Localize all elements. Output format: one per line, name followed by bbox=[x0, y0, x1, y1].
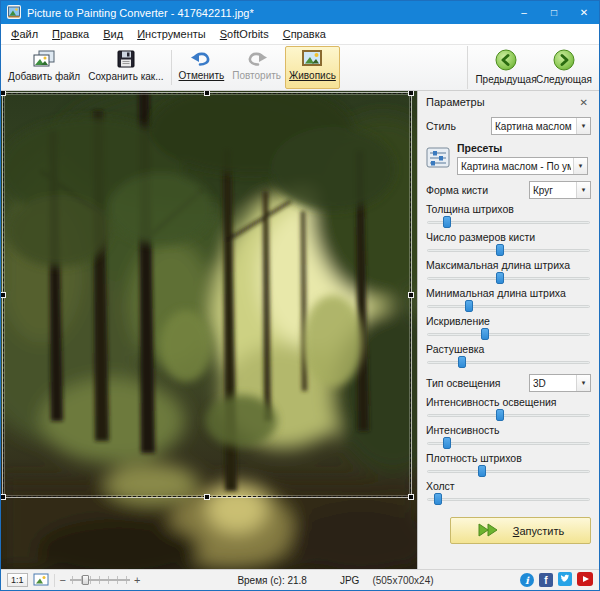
run-arrow-icon bbox=[477, 522, 503, 540]
parameter-slider[interactable] bbox=[426, 300, 591, 313]
next-image-button[interactable]: Следующая bbox=[536, 49, 592, 85]
selection-marquee[interactable] bbox=[3, 93, 411, 497]
slider-row: Число размеров кисти bbox=[426, 231, 591, 257]
menu-item[interactable]: Правка bbox=[45, 25, 96, 43]
selection-handle[interactable] bbox=[408, 91, 414, 96]
slider-label: Максимальная длина штриха bbox=[426, 259, 570, 271]
slider-track bbox=[427, 442, 590, 445]
lighting-type-value: 3D bbox=[533, 378, 574, 389]
previous-label: Предыдущая bbox=[475, 74, 536, 85]
menu-item[interactable]: SoftOrbits bbox=[213, 25, 276, 43]
slider-track bbox=[427, 277, 590, 280]
twitter-icon[interactable] bbox=[558, 572, 572, 588]
slider-thumb[interactable] bbox=[465, 300, 473, 312]
slider-label: Интенсивность освещения bbox=[426, 396, 557, 408]
info-icon[interactable]: i bbox=[520, 573, 534, 587]
zoom-control: − + bbox=[60, 574, 141, 586]
parameters-panel: Параметры ✕ Стиль Картина маслом ▾ Пресе… bbox=[418, 91, 599, 569]
panel-title: Параметры bbox=[426, 96, 485, 108]
style-dropdown[interactable]: Картина маслом ▾ bbox=[491, 117, 591, 135]
slider-label: Искривление bbox=[426, 315, 490, 327]
slider-label: Минимальная длина штриха bbox=[426, 287, 566, 299]
run-button-label: Запустить bbox=[513, 525, 565, 537]
minimize-button[interactable]: – bbox=[509, 1, 539, 24]
statusbar-icons: i f bbox=[520, 572, 593, 588]
slider-thumb[interactable] bbox=[478, 465, 486, 477]
close-button[interactable]: ✕ bbox=[569, 1, 599, 24]
parameter-slider[interactable] bbox=[426, 409, 591, 422]
processing-time: Время (с): 21.8 bbox=[237, 575, 307, 586]
selection-handle[interactable] bbox=[204, 494, 210, 500]
parameter-slider[interactable] bbox=[426, 437, 591, 450]
menu-item[interactable]: Файл bbox=[4, 25, 45, 43]
presets-icon bbox=[426, 147, 450, 170]
menu-item[interactable]: Справка bbox=[276, 25, 333, 43]
selection-handle[interactable] bbox=[408, 292, 414, 298]
slider-thumb[interactable] bbox=[496, 272, 504, 284]
brush-shape-label: Форма кисти bbox=[426, 185, 488, 196]
zoom-out-icon[interactable]: − bbox=[60, 574, 66, 586]
facebook-icon[interactable]: f bbox=[539, 573, 553, 587]
parameter-slider[interactable] bbox=[426, 465, 591, 478]
dropdown-arrow-icon: ▾ bbox=[576, 375, 590, 391]
slider-track bbox=[427, 333, 590, 336]
selection-handle[interactable] bbox=[408, 494, 414, 500]
zoom-slider-thumb[interactable] bbox=[82, 575, 89, 585]
menu-item[interactable]: Вид bbox=[96, 25, 130, 43]
add-file-icon bbox=[33, 50, 55, 71]
window-controls: – □ ✕ bbox=[509, 1, 599, 24]
slider-thumb[interactable] bbox=[481, 328, 489, 340]
parameter-slider[interactable] bbox=[426, 356, 591, 369]
slider-thumb[interactable] bbox=[496, 409, 504, 421]
selection-handle[interactable] bbox=[1, 91, 6, 96]
file-format: JPG bbox=[340, 575, 359, 586]
save-as-button[interactable]: Сохранить как... bbox=[84, 46, 167, 89]
maximize-button[interactable]: □ bbox=[539, 1, 569, 24]
previous-image-button[interactable]: Предыдущая bbox=[478, 49, 534, 85]
slider-thumb[interactable] bbox=[443, 216, 451, 228]
slider-track bbox=[427, 498, 590, 501]
slider-thumb[interactable] bbox=[434, 493, 442, 505]
image-canvas bbox=[1, 91, 418, 569]
slider-row: Плотность штрихов bbox=[426, 452, 591, 478]
paint-button[interactable]: Живопись bbox=[285, 46, 340, 89]
youtube-icon[interactable] bbox=[577, 572, 593, 588]
panel-close-icon[interactable]: ✕ bbox=[577, 97, 591, 108]
slider-label: Холст bbox=[426, 480, 455, 492]
add-file-label: Добавить файл bbox=[8, 72, 80, 83]
redo-button[interactable]: Повторить bbox=[228, 46, 285, 89]
menubar: Файл Правка Вид Инструменты SoftOrbits С… bbox=[1, 24, 599, 45]
actual-size-button[interactable]: 1:1 bbox=[7, 573, 28, 587]
slider-thumb[interactable] bbox=[443, 437, 451, 449]
slider-row: Искривление bbox=[426, 315, 591, 341]
parameter-slider[interactable] bbox=[426, 328, 591, 341]
selection-handle[interactable] bbox=[1, 292, 6, 298]
zoom-in-icon[interactable]: + bbox=[134, 574, 140, 586]
add-file-button[interactable]: Добавить файл bbox=[4, 46, 84, 89]
paint-icon bbox=[302, 50, 322, 70]
save-icon bbox=[117, 50, 135, 71]
presets-dropdown[interactable]: Картина маслом - По умолча ▾ bbox=[457, 157, 588, 175]
brush-shape-dropdown[interactable]: Круг ▾ bbox=[529, 181, 591, 199]
parameter-slider[interactable] bbox=[426, 244, 591, 257]
app-icon bbox=[7, 5, 21, 21]
image-navigation: Предыдущая Следующая bbox=[467, 46, 596, 89]
paint-label: Живопись bbox=[289, 71, 336, 82]
run-button[interactable]: Запустить bbox=[450, 517, 591, 544]
slider-thumb[interactable] bbox=[458, 356, 466, 368]
parameter-slider[interactable] bbox=[426, 272, 591, 285]
fit-to-screen-icon[interactable] bbox=[33, 573, 49, 588]
slider-track bbox=[427, 221, 590, 224]
menu-item[interactable]: Инструменты bbox=[130, 25, 213, 43]
selection-handle[interactable] bbox=[1, 494, 6, 500]
lighting-type-dropdown[interactable]: 3D ▾ bbox=[529, 374, 591, 392]
slider-thumb[interactable] bbox=[496, 244, 504, 256]
dropdown-arrow-icon: ▾ bbox=[576, 118, 590, 134]
parameter-slider[interactable] bbox=[426, 493, 591, 506]
zoom-track bbox=[70, 579, 130, 581]
zoom-slider[interactable] bbox=[70, 574, 130, 586]
selection-handle[interactable] bbox=[204, 91, 210, 96]
slider-track bbox=[427, 470, 590, 473]
parameter-slider[interactable] bbox=[426, 216, 591, 229]
undo-button[interactable]: Отменить bbox=[175, 46, 229, 89]
